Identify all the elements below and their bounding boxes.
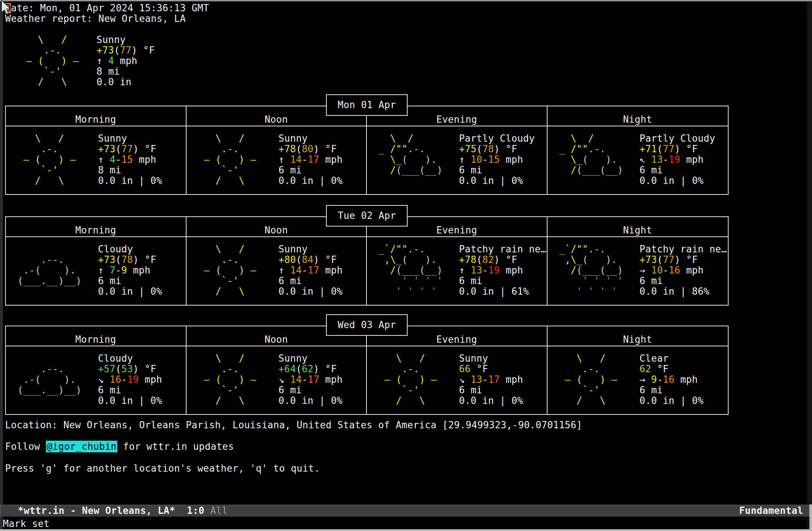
weather-icon-sun: \ / .-. ― ( ) ― `-' / \ xyxy=(553,353,640,414)
visibility-text: 6 mi xyxy=(279,385,343,396)
token: ) °F xyxy=(132,45,155,56)
weather-icon-partly: \ / _ /"".-. \_( ). /(___(__) xyxy=(553,133,640,194)
forecast-cell-evening: \ / _ /"".-. \_( ). /(___(__) Partly Clo… xyxy=(367,126,548,194)
precipitation-text: 0.0 in | 86% xyxy=(640,286,727,297)
token: mph xyxy=(127,265,150,276)
precipitation-text: 0.0 in | 0% xyxy=(279,176,343,186)
token: - xyxy=(302,374,308,385)
token: 15 xyxy=(121,154,133,165)
visibility-text: 6 mi xyxy=(279,276,343,286)
visibility-text: 6 mi xyxy=(459,165,535,176)
cell-text: Partly Cloudy+75(78) °F↑ 10-15 mph6 mi0.… xyxy=(459,133,535,194)
modeline-position: 1:0 xyxy=(187,506,204,516)
wind-text: ↑ 13-19 mph xyxy=(459,265,546,276)
visibility-text: 6 mi xyxy=(279,165,343,176)
visibility-text: 6 mi xyxy=(640,276,727,286)
token: 19 xyxy=(488,265,500,276)
modeline-gap2 xyxy=(204,506,210,516)
token: ↑ xyxy=(459,265,471,276)
token: +73 xyxy=(640,254,657,265)
precipitation-text: 0.0 in | 0% xyxy=(98,286,162,297)
temperature-text: 66 °F xyxy=(459,364,523,374)
window-top-border xyxy=(0,0,812,1)
scrollbar[interactable] xyxy=(807,1,812,531)
visibility-text: 8 mi xyxy=(97,66,155,77)
date-line: Date: Mon, 01 Apr 2024 15:36:13 GMT xyxy=(5,3,209,13)
follow-prefix: Follow xyxy=(5,441,46,452)
column-header-morning: Morning xyxy=(6,106,187,126)
cell-text: Sunny+80(84) °F↑ 14-17 mph6 mi0.0 in | 0… xyxy=(279,244,343,305)
forecast-cell-noon: \ / .-. ― ( ) ― `-' / \Sunny+80(84) °F↑ … xyxy=(187,237,367,305)
cell-text: Sunny+73(77) °F↑ 4-15 mph8 mi0.0 in | 0% xyxy=(98,133,162,194)
window-left-border xyxy=(0,1,3,529)
token: mph xyxy=(114,55,137,66)
forecast-cell-noon: \ / .-. ― ( ) ― `-' / \Sunny+64(62) °F↘ … xyxy=(187,346,367,414)
token: 9 xyxy=(121,265,127,276)
location-line: Location: New Orleans, Orleans Parish, L… xyxy=(5,420,582,430)
token: ( xyxy=(657,143,663,154)
modeline-scroll-indicator: All xyxy=(210,506,228,516)
weather-icon-rain: _`/"".-. ,\_( ). /(___(__) ' ' ' ' ' ' '… xyxy=(553,244,640,305)
token: 13 xyxy=(651,154,663,165)
token: 77 xyxy=(663,143,675,154)
precipitation-text: 0.0 in xyxy=(97,77,155,87)
token: 53 xyxy=(121,363,133,374)
token: +73 xyxy=(97,45,114,56)
token: 17 xyxy=(308,154,319,165)
temperature-text: +57(53) °F xyxy=(98,364,162,374)
token: ) °F xyxy=(133,254,156,265)
forecast-cell-morning: .--. .-( ). (___.__)__) Cloudy+73(78) °F… xyxy=(6,237,187,305)
token: ↑ xyxy=(98,265,110,276)
token: 14 xyxy=(290,154,302,165)
follow-suffix: for wttr.in updates xyxy=(117,441,234,452)
forecast-day-tue-02-apr: MorningNoonEveningNight .--. .-( ). (___… xyxy=(5,205,729,306)
condition-text: Cloudy xyxy=(98,353,162,364)
modeline-buffer-name[interactable]: *wttr.in - New Orleans, LA* xyxy=(18,506,175,516)
token: mph xyxy=(500,265,523,276)
weather-icon-rain: _`/"".-. ,\_( ). /(___(__) ' ' ' ' ' ' '… xyxy=(373,244,459,305)
day-label-tue-02-apr: Tue 02 Apr xyxy=(326,205,408,227)
twitter-handle-link[interactable]: @igor_chubin xyxy=(46,441,117,452)
weather-report-title: Weather report: New Orleans, LA xyxy=(5,13,186,24)
cell-text: Clear62 °F→ 9-16 mph6 mi0.0 in | 0% xyxy=(640,353,704,414)
token: 4 xyxy=(108,55,114,66)
cell-text: Sunny+64(62) °F↘ 14-17 mph6 mi0.0 in | 0… xyxy=(279,353,343,414)
forecast-cell-morning: .--. .-( ). (___.__)__) Cloudy+57(53) °F… xyxy=(6,346,187,414)
wind-text: ↑ 4-15 mph xyxy=(98,154,162,165)
token: 77 xyxy=(121,143,133,154)
temperature-text: +73(77) °F xyxy=(640,255,727,265)
condition-text: Partly Cloudy xyxy=(640,133,715,144)
column-header-morning: Morning xyxy=(6,217,187,236)
token: 17 xyxy=(308,265,319,276)
modeline-major-mode[interactable]: Fundamental xyxy=(739,506,803,516)
token: ↑ xyxy=(97,55,108,66)
token: 16 xyxy=(110,374,121,385)
token: ↑ xyxy=(459,154,471,165)
temperature-text: +73(77) °F xyxy=(97,45,155,56)
token: 14 xyxy=(290,265,302,276)
weather-icon-sun: \ / .-. ― ( ) ― `-' / \ xyxy=(192,353,279,414)
precipitation-text: 0.0 in | 0% xyxy=(279,396,343,406)
mouse-cursor-icon xyxy=(0,0,11,14)
token: ( xyxy=(296,363,302,374)
token: 84 xyxy=(302,254,314,265)
token: ( xyxy=(115,143,121,154)
wind-text: → 10-16 mph xyxy=(640,265,727,276)
token: 62 xyxy=(302,363,314,374)
condition-text: Sunny xyxy=(279,133,343,144)
visibility-text: 6 mi xyxy=(459,385,523,396)
cell-text: Cloudy+57(53) °F↘ 16-19 mph6 mi0.0 in | … xyxy=(98,353,162,414)
token: ) °F xyxy=(675,143,698,154)
cell-text: Patchy rain ne…+73(77) °F→ 10-16 mph6 mi… xyxy=(640,244,727,305)
forecast-cell-noon: \ / .-. ― ( ) ― `-' / \Sunny+78(80) °F↑ … xyxy=(187,126,367,194)
weather-icon-sun: \ / .-. ― ( ) ― `-' / \ xyxy=(373,353,459,414)
token: 78 xyxy=(482,143,494,154)
forecast-cell-evening: _`/"".-. ,\_( ). /(___(__) ' ' ' ' ' ' '… xyxy=(367,237,548,305)
temperature-text: +73(77) °F xyxy=(98,144,162,154)
token: +78 xyxy=(279,143,296,154)
token: ( xyxy=(296,143,302,154)
day-table: MorningNoonEveningNight \ / .-. ― ( ) ― … xyxy=(5,106,729,195)
column-header-morning: Morning xyxy=(6,326,187,346)
visibility-text: 6 mi xyxy=(640,165,715,176)
temperature-text: +78(82) °F xyxy=(459,255,546,265)
